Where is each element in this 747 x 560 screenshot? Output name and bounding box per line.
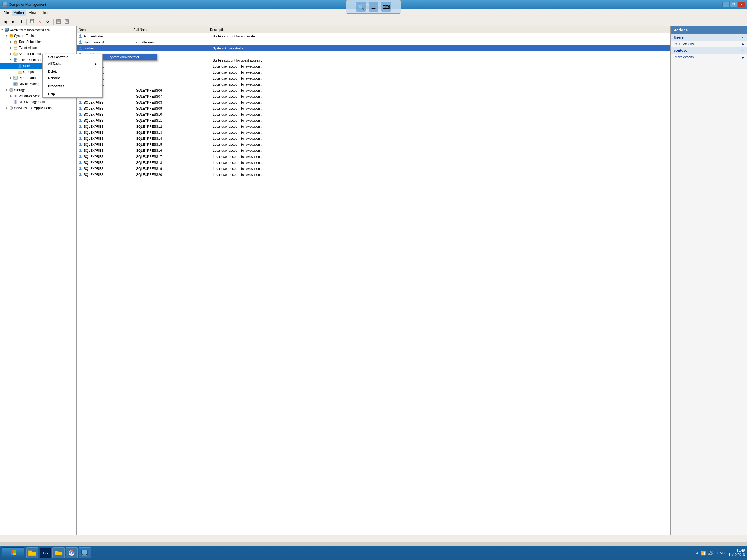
expand-storage[interactable]: ▼ (4, 88, 9, 92)
user-row-12[interactable]: SQLEXPRES...SQLEXPRESS09Local user accou… (77, 105, 670, 111)
user-row-6[interactable]: SQLEXPRE...Local user account for execut… (77, 70, 670, 75)
user-name-12: SQLEXPRES... (83, 107, 135, 110)
expand-windows-backup[interactable]: ▶ (9, 94, 13, 98)
tree-item-task-scheduler[interactable]: ▶ Task Scheduler (0, 39, 76, 45)
user-row-9[interactable]: SQLEXPRES...SQLEXPRESS06Local user accou… (77, 87, 670, 94)
magnifier-search-btn[interactable]: 🔍 (356, 2, 366, 12)
user-row-17[interactable]: SQLEXPRES...SQLEXPRESS14Local user accou… (77, 136, 670, 142)
user-row-5[interactable]: SQLEXPRE...Local user account for execut… (77, 63, 670, 70)
svg-point-59 (80, 119, 81, 121)
user-row-18[interactable]: SQLEXPRES...SQLEXPRESS15Local user accou… (77, 142, 670, 148)
actions-section-contoso[interactable]: contoso ▲ (671, 47, 747, 54)
taskbar-arrow-icon[interactable]: ▲ (696, 551, 699, 555)
taskbar-volume-icon[interactable]: 🔊 (707, 551, 713, 556)
magnifier-keyboard-btn[interactable]: ⌨ (381, 2, 391, 12)
taskbar-network-icon[interactable]: 📶 (700, 551, 706, 556)
restore-button[interactable]: ❐ (730, 2, 737, 7)
expand-event-viewer[interactable]: ▶ (9, 46, 13, 50)
menu-help[interactable]: Help (39, 10, 51, 16)
ctx-help[interactable]: Help (43, 91, 102, 97)
user-row-11[interactable]: SQLEXPRES...SQLEXPRESS08Local user accou… (77, 100, 670, 105)
ctx-properties[interactable]: Properties (43, 83, 102, 90)
col-header-fullname[interactable]: Full Name (131, 26, 208, 33)
toolbar-refresh[interactable]: ⟳ (44, 18, 52, 25)
toolbar-forward[interactable]: ▶ (9, 18, 17, 25)
col-header-description[interactable]: Description (208, 26, 670, 33)
ctx-rename[interactable]: Rename (43, 75, 102, 81)
user-fullname-21: SQLEXPRESS18 (135, 161, 212, 164)
ctx-delete[interactable]: Delete (43, 68, 102, 75)
user-row-21[interactable]: SQLEXPRES...SQLEXPRESS18Local user accou… (77, 160, 670, 166)
taskbar-powershell[interactable]: PS (40, 548, 51, 558)
toolbar-copy[interactable] (28, 18, 35, 25)
taskbar-computer-mgmt[interactable] (79, 548, 91, 558)
svg-rect-70 (14, 551, 16, 553)
users-icon (18, 64, 22, 68)
ctx-all-tasks[interactable]: All Tasks ▶ (43, 60, 102, 67)
clock-time: 10:49 (728, 549, 745, 553)
close-button[interactable]: ✕ (738, 2, 745, 7)
toolbar-back[interactable]: ◀ (1, 18, 9, 25)
user-desc-17: Local user account for execution ... (212, 137, 670, 141)
user-row-15[interactable]: SQLEXPRES...SQLEXPRESS12Local user accou… (77, 124, 670, 130)
menu-action[interactable]: Action (12, 10, 26, 16)
expand-task-scheduler[interactable]: ▶ (9, 40, 13, 44)
shared-folders-icon (13, 52, 18, 56)
tree-panel: ▼ Computer Management (Local ▼ System To… (0, 26, 77, 535)
user-row-7[interactable]: SQLEXPRE...Local user account for execut… (77, 75, 670, 81)
user-row-14[interactable]: SQLEXPRES...SQLEXPRESS11Local user accou… (77, 118, 670, 124)
toolbar-delete[interactable]: ✕ (36, 18, 44, 25)
user-row-22[interactable]: SQLEXPRES...SQLEXPRESS19Local user accou… (77, 166, 670, 172)
toolbar-export[interactable] (55, 18, 62, 25)
user-row-4[interactable]: GuestBuilt-in account for guest access t… (77, 57, 670, 63)
actions-section-users[interactable]: Users ▲ (671, 34, 747, 41)
expand-system-tools[interactable]: ▼ (4, 34, 9, 38)
tree-item-event-viewer[interactable]: ▶ Event Viewer (0, 45, 76, 51)
svg-point-35 (16, 83, 17, 84)
user-desc-4: Built-in account for guest access t... (212, 58, 670, 62)
taskbar-clock[interactable]: 10:49 11/10/2016 (728, 549, 745, 557)
user-row-0[interactable]: AdministratorBuilt-in account for admini… (77, 33, 670, 40)
expand-local-users-groups[interactable]: ▼ (9, 58, 13, 62)
menu-file[interactable]: File (1, 10, 11, 16)
user-row-3[interactable]: graphite.r (77, 51, 670, 57)
user-row-16[interactable]: SQLEXPRES...SQLEXPRESS13Local user accou… (77, 130, 670, 136)
start-button[interactable] (2, 548, 24, 558)
user-row-10[interactable]: SQLEXPRES...SQLEXPRESS07Local user accou… (77, 94, 670, 100)
user-fullname-12: SQLEXPRESS09 (135, 107, 212, 110)
user-row-19[interactable]: SQLEXPRES...SQLEXPRESS16Local user accou… (77, 148, 670, 154)
tree-item-system-tools[interactable]: ▼ System Tools (0, 33, 76, 39)
toolbar-properties[interactable] (63, 18, 71, 25)
user-row-1[interactable]: cloudbase-initcloudbase-init (77, 40, 670, 45)
user-row-23[interactable]: SQLEXPRES...SQLEXPRESS20Local user accou… (77, 172, 670, 178)
col-header-name[interactable]: Name (77, 26, 131, 33)
submenu-item-system-admin[interactable]: System Administrator (103, 54, 157, 60)
user-row-20[interactable]: SQLEXPRES...SQLEXPRESS17Local user accou… (77, 154, 670, 160)
menu-view[interactable]: View (27, 10, 38, 16)
expand-shared-folders[interactable]: ▶ (9, 52, 13, 56)
svg-rect-2 (3, 6, 6, 6)
tree-item-disk-management[interactable]: Disk Management (0, 99, 76, 105)
expand-computer-mgmt[interactable]: ▼ (0, 28, 4, 32)
user-desc-8: Local user account for execution ... (212, 82, 670, 86)
tree-item-services-apps[interactable]: ▶ Services and Applications (0, 105, 76, 111)
svg-point-60 (80, 125, 81, 127)
user-row-13[interactable]: SQLEXPRES...SQLEXPRESS10Local user accou… (77, 111, 670, 118)
user-row-8[interactable]: SQLEXPRE...Local user account for execut… (77, 81, 670, 87)
magnifier-overlay: 🔍 ☰ ⌨ (346, 0, 401, 14)
user-row-2[interactable]: contosoSystem Administrator (77, 45, 670, 51)
expand-services-apps[interactable]: ▶ (4, 106, 9, 110)
user-name-13: SQLEXPRES... (83, 113, 135, 117)
taskbar-file-manager[interactable] (52, 548, 65, 558)
toolbar-up[interactable]: ⬆ (18, 18, 25, 25)
taskbar-chrome[interactable] (66, 548, 78, 558)
taskbar-file-explorer[interactable] (26, 548, 38, 558)
magnifier-menu-btn[interactable]: ☰ (368, 2, 379, 12)
tree-item-computer-mgmt[interactable]: ▼ Computer Management (Local (0, 27, 76, 33)
minimize-button[interactable]: — (722, 2, 729, 7)
ctx-set-password[interactable]: Set Password... (43, 54, 102, 60)
action-contoso-more-actions[interactable]: More Actions ▶ (671, 54, 747, 60)
expand-performance[interactable]: ▶ (9, 76, 13, 80)
window-controls: — ❐ ✕ (722, 2, 745, 7)
action-users-more-actions[interactable]: More Actions ▶ (671, 41, 747, 47)
